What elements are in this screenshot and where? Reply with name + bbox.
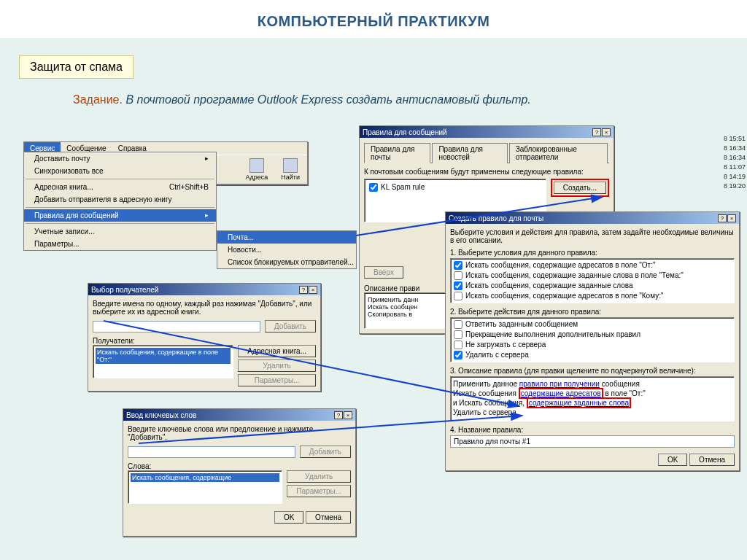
create-rule-title: Создать правило для почты	[449, 214, 543, 222]
cancel-button[interactable]: Отмена	[306, 511, 351, 524]
close-icon[interactable]: ×	[727, 214, 736, 222]
check-row[interactable]: Искать сообщения, содержащие адресатов в…	[452, 291, 732, 301]
addressbook-button[interactable]: Адресная книга...	[238, 345, 316, 357]
menu-item[interactable]: Синхронизовать все	[24, 165, 216, 177]
ok-button[interactable]: OK	[274, 511, 303, 524]
menu-item[interactable]: Правила для сообщений	[24, 209, 216, 222]
create-rule-dialog[interactable]: Создать правило для почты ?× Выберите ус…	[445, 211, 740, 471]
page-title: КОМПЬЮТЕРНЫЙ ПРАКТИКУМ	[0, 0, 747, 39]
check-row[interactable]: Искать сообщения, содержащие адресатов в…	[452, 260, 732, 271]
conditions-list[interactable]: Искать сообщения, содержащие адресатов в…	[450, 258, 735, 303]
rules-dialog-title: Правила для сообщений	[363, 128, 447, 136]
toolbar-addresses[interactable]: Адреса	[241, 157, 273, 182]
toolbar-find[interactable]: Найти	[276, 157, 304, 182]
tab-mail-rules[interactable]: Правила для почты	[364, 143, 430, 163]
check-row[interactable]: Искать сообщения, содержащие заданные сл…	[452, 271, 732, 281]
rule-row[interactable]: KL Spam rule	[368, 182, 543, 192]
tab-news-rules[interactable]: Правила для новостей	[432, 143, 507, 163]
check-row[interactable]: Удалить с сервера	[452, 350, 732, 360]
cancel-button[interactable]: Отмена	[689, 454, 735, 466]
keywords-list[interactable]: Искать сообщения, содержащие	[128, 470, 282, 504]
check-row[interactable]: Не загружать с сервера	[452, 340, 732, 350]
menu-item[interactable]: Добавить отправителя в адресную книгу	[24, 193, 216, 206]
params-button: Параметры...	[238, 374, 316, 386]
menu-item[interactable]: Учетные записи...	[24, 225, 216, 238]
ok-button[interactable]: OK	[658, 454, 687, 466]
add-button: Добавить	[265, 320, 316, 332]
delete-button: Удалить	[287, 470, 351, 483]
submenu-item[interactable]: Новости...	[217, 244, 356, 256]
submenu-item[interactable]: Список блокируемых отправителей...	[217, 256, 356, 268]
check-row[interactable]: Искать сообщения, содержащие заданные сл…	[452, 281, 732, 291]
words-link[interactable]: содержащие заданные слова	[527, 397, 631, 408]
check-row[interactable]: Прекращение выполнения дополнительных пр…	[452, 330, 732, 340]
recipients-list[interactable]: Искать сообщения, содержащие в поле "От:…	[93, 345, 233, 378]
help-icon[interactable]: ?	[299, 286, 308, 294]
recipients-dialog[interactable]: Выбор получателей ?× Введите имена по од…	[88, 283, 321, 392]
submenu-item[interactable]: Почта...	[217, 231, 356, 244]
add-button: Добавить	[300, 446, 351, 458]
up-button: Вверх	[364, 266, 403, 279]
create-rule-button[interactable]: Создать...	[554, 182, 606, 194]
params-button: Параметры...	[287, 485, 351, 497]
tab-blocked[interactable]: Заблокированные отправители	[509, 143, 608, 163]
keyword-input[interactable]	[128, 446, 295, 458]
delete-button: Удалить	[238, 359, 316, 372]
check-row[interactable]: Ответить заданным сообщением	[452, 319, 732, 330]
menu-item[interactable]: Параметры...	[24, 238, 216, 250]
menu-item[interactable]: Доставить почту	[24, 152, 216, 165]
close-icon[interactable]: ×	[344, 411, 352, 419]
help-icon[interactable]: ?	[718, 214, 727, 222]
menu-item[interactable]: Адресная книга...Ctrl+Shift+B	[24, 181, 216, 193]
rules-submenu[interactable]: Почта...Новости...Список блокируемых отп…	[217, 230, 357, 269]
help-icon[interactable]: ?	[334, 411, 343, 419]
actions-list[interactable]: Ответить заданным сообщениемПрекращение …	[450, 317, 735, 362]
tabs[interactable]: Правила для почты Правила для новостей З…	[364, 142, 609, 163]
description-box[interactable]: Применить данное правило при получении с…	[450, 376, 735, 421]
rule-name-input[interactable]: Правило для почты #1	[450, 435, 735, 448]
keywords-dialog[interactable]: Ввод ключевых слов ?× Введите ключевые с…	[123, 408, 356, 537]
task-text: Задание. В почтовой программе Outlook Ex…	[73, 93, 531, 106]
recipient-input[interactable]	[93, 321, 260, 332]
service-menu[interactable]: Доставить почтуСинхронизовать всеАдресна…	[23, 152, 217, 251]
timestamps-list: 8 15:518 16:348 16:348 11:078 14:198 19:…	[724, 134, 747, 191]
close-icon[interactable]: ×	[602, 128, 611, 136]
subtitle: Защита от спама	[19, 55, 133, 79]
help-icon[interactable]: ?	[592, 128, 601, 136]
close-icon[interactable]: ×	[309, 286, 317, 294]
